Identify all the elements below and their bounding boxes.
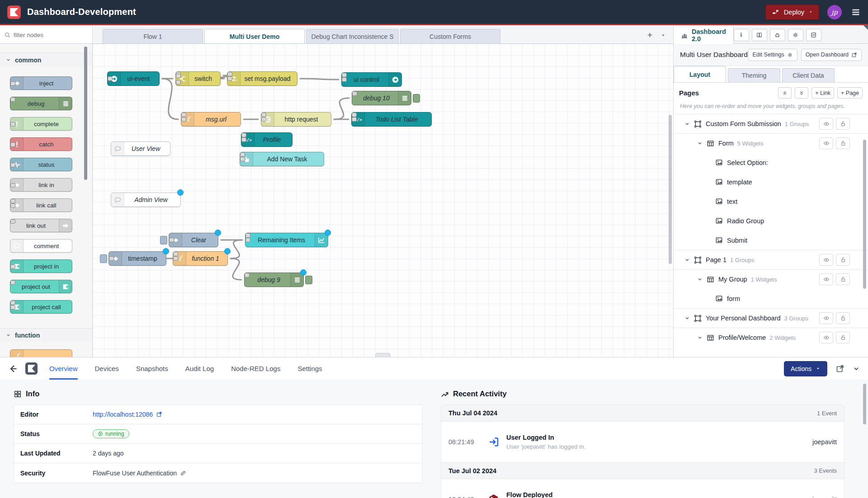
output-port[interactable] xyxy=(10,122,15,127)
input-port[interactable] xyxy=(10,280,15,285)
visibility-button[interactable] xyxy=(819,118,833,130)
add-page-button[interactable]: + Page xyxy=(837,87,863,99)
output-port[interactable] xyxy=(181,117,186,122)
flow-node[interactable]: Add New Task xyxy=(240,152,324,166)
tree-row-widget[interactable]: template xyxy=(674,172,868,192)
back-arrow-icon[interactable] xyxy=(8,364,18,374)
output-port[interactable] xyxy=(342,77,347,82)
flow-node[interactable]: link call xyxy=(10,198,72,212)
instance-tab-devices[interactable]: Devices xyxy=(95,357,119,380)
output-port[interactable] xyxy=(109,256,114,261)
lock-button[interactable] xyxy=(836,254,850,266)
flow-node[interactable]: project out xyxy=(10,280,72,293)
tab-theming[interactable]: Theming xyxy=(728,68,780,82)
output-port[interactable] xyxy=(10,183,15,188)
output-port[interactable] xyxy=(10,163,15,167)
inject-button[interactable] xyxy=(100,254,107,263)
flow-node[interactable]: comment xyxy=(10,239,72,253)
flow-node[interactable]: Remaining Items xyxy=(245,233,328,247)
flow-list-caret-icon[interactable] xyxy=(660,33,666,38)
tab-client-data[interactable]: Client Data xyxy=(782,68,835,82)
output-port[interactable] xyxy=(227,76,232,81)
flow-node[interactable]: debug 9 xyxy=(244,272,304,287)
input-port[interactable] xyxy=(261,113,266,117)
wire[interactable] xyxy=(231,258,241,280)
output-port[interactable] xyxy=(241,137,246,142)
chevron-down-icon[interactable] xyxy=(697,141,703,146)
output-port[interactable] xyxy=(10,203,15,208)
flow-node[interactable]: timestamp xyxy=(108,251,166,266)
input-port[interactable] xyxy=(10,219,15,224)
output-port[interactable] xyxy=(176,74,181,78)
visibility-button[interactable] xyxy=(819,254,833,266)
tree-row-widget[interactable]: text xyxy=(674,192,868,211)
visibility-button[interactable] xyxy=(819,137,833,149)
user-avatar[interactable]: jp xyxy=(827,5,842,19)
flow-node[interactable]: f xyxy=(10,349,72,357)
chevron-down-icon[interactable] xyxy=(697,335,703,340)
output-port[interactable] xyxy=(261,117,266,122)
input-port[interactable] xyxy=(240,152,245,157)
collapse-all-button[interactable] xyxy=(778,87,792,99)
output-port[interactable] xyxy=(10,81,15,86)
chevron-down-icon[interactable] xyxy=(684,257,690,263)
chevron-down-icon[interactable] xyxy=(684,315,690,321)
flow-node[interactable]: ui control xyxy=(341,72,402,87)
input-port[interactable] xyxy=(241,133,246,137)
info-row-value[interactable]: http://localhost:12086 xyxy=(93,411,162,418)
lock-button[interactable] xyxy=(836,137,850,149)
flow-tab-3[interactable]: Debug Chart Inconsistence S xyxy=(306,29,399,43)
input-port[interactable] xyxy=(245,273,250,277)
instance-tab-snapshots[interactable]: Snapshots xyxy=(136,357,168,380)
output-port[interactable] xyxy=(108,76,113,81)
flow-node[interactable]: </>Todo List Table xyxy=(351,112,432,127)
output-port[interactable] xyxy=(352,117,357,122)
gear-button[interactable] xyxy=(788,29,803,41)
flow-canvas[interactable]: ui-eventswitchset msg.payloadui controld… xyxy=(93,44,673,357)
visibility-button[interactable] xyxy=(819,273,833,285)
flow-node[interactable]: link out xyxy=(10,219,72,232)
palette-section-function[interactable]: function xyxy=(0,328,92,342)
edit-settings-button[interactable]: Edit Settings xyxy=(748,49,797,61)
instance-tab-settings[interactable]: Settings xyxy=(297,357,322,380)
deploy-caret-icon[interactable] xyxy=(808,9,813,14)
tree-row-group[interactable]: My Group1 Widgets xyxy=(674,269,868,289)
flow-node[interactable]: </>Profile xyxy=(241,132,292,147)
palette-scrollbar[interactable] xyxy=(84,47,87,180)
input-port[interactable] xyxy=(227,72,232,76)
wire[interactable] xyxy=(231,240,242,258)
flow-node[interactable]: status xyxy=(10,158,72,171)
sidebar-scrollbar[interactable] xyxy=(863,140,866,289)
flow-node[interactable]: catch xyxy=(10,137,72,151)
canvas-resize-grip[interactable] xyxy=(375,353,391,357)
inject-button[interactable] xyxy=(160,236,167,244)
tree-row-page[interactable]: Page 11 Groups xyxy=(674,250,868,269)
comment-node[interactable]: Admin View xyxy=(111,193,181,207)
instance-tab-audit-log[interactable]: Audit Log xyxy=(185,357,214,380)
tree-row-page[interactable]: Custom Form Submission1 Groups xyxy=(674,114,868,133)
flow-node[interactable]: complete xyxy=(10,117,72,131)
visibility-button[interactable] xyxy=(819,332,833,343)
open-dashboard-button[interactable]: Open Dashboard xyxy=(801,49,862,61)
add-link-button[interactable]: + Link xyxy=(811,87,834,99)
lock-button[interactable] xyxy=(836,332,850,343)
book-button[interactable] xyxy=(752,29,767,41)
flow-node[interactable]: debug 10 xyxy=(352,91,411,105)
lock-button[interactable] xyxy=(836,273,850,285)
output-port[interactable] xyxy=(176,80,181,85)
flow-node[interactable]: switch xyxy=(175,71,221,86)
open-editor-icon[interactable] xyxy=(835,364,844,373)
activity-event-row[interactable]: 13:34:42Flow DeployedDeploy type 'full'j… xyxy=(441,479,844,498)
lock-button[interactable] xyxy=(836,118,850,130)
input-port[interactable] xyxy=(342,73,347,77)
add-flow-icon[interactable] xyxy=(646,32,653,38)
flow-node[interactable]: fmsg.url xyxy=(181,112,241,127)
flow-node[interactable]: inject xyxy=(10,76,72,90)
output-port[interactable] xyxy=(10,305,15,310)
db-button[interactable] xyxy=(806,29,821,41)
input-port[interactable] xyxy=(10,301,15,305)
comment-node[interactable]: User View xyxy=(111,141,170,156)
output-port[interactable] xyxy=(169,238,174,242)
flow-node[interactable]: project call xyxy=(10,300,72,314)
canvas-scrollbar[interactable] xyxy=(669,115,672,264)
